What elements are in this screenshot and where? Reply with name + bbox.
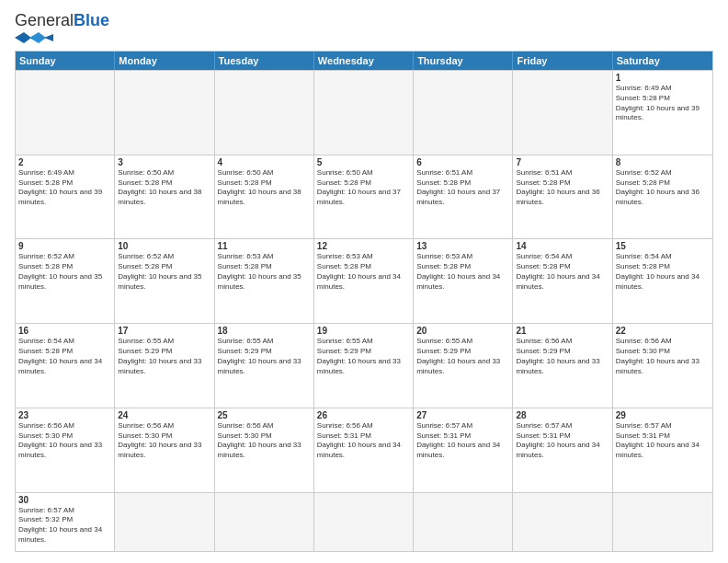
header-cell-saturday: Saturday	[613, 52, 712, 70]
cell-info-18: Sunrise: 6:55 AMSunset: 5:29 PMDaylight:…	[218, 337, 311, 376]
cell-info-17: Sunrise: 6:55 AMSunset: 5:29 PMDaylight:…	[118, 337, 210, 376]
calendar-cell-0-4	[414, 71, 513, 155]
calendar-cell-3-2: 18Sunrise: 6:55 AMSunset: 5:29 PMDayligh…	[215, 324, 314, 408]
day-number-2: 2	[18, 157, 111, 167]
cell-info-12: Sunrise: 6:53 AMSunset: 5:28 PMDaylight:…	[317, 252, 410, 292]
day-number-10: 10	[118, 241, 210, 251]
calendar-cell-5-5	[513, 493, 612, 551]
calendar-week-3: 9Sunrise: 6:52 AMSunset: 5:28 PMDaylight…	[16, 238, 712, 323]
svg-marker-0	[15, 32, 31, 43]
calendar-cell-3-4: 20Sunrise: 6:55 AMSunset: 5:29 PMDayligh…	[414, 324, 513, 408]
cell-info-6: Sunrise: 6:51 AMSunset: 5:28 PMDaylight:…	[416, 168, 509, 208]
day-number-1: 1	[616, 73, 710, 83]
header-cell-tuesday: Tuesday	[215, 52, 314, 70]
header-cell-monday: Monday	[115, 52, 214, 70]
cell-info-4: Sunrise: 6:50 AMSunset: 5:28 PMDaylight:…	[218, 168, 311, 208]
cell-info-7: Sunrise: 6:51 AMSunset: 5:28 PMDaylight:…	[516, 168, 609, 208]
day-number-12: 12	[317, 241, 410, 251]
day-number-24: 24	[118, 410, 210, 420]
cell-info-27: Sunrise: 6:57 AMSunset: 5:31 PMDaylight:…	[416, 421, 509, 461]
cell-info-14: Sunrise: 6:54 AMSunset: 5:28 PMDaylight:…	[516, 252, 609, 292]
calendar-cell-3-5: 21Sunrise: 6:56 AMSunset: 5:29 PMDayligh…	[513, 324, 612, 408]
calendar-cell-1-4: 6Sunrise: 6:51 AMSunset: 5:28 PMDaylight…	[414, 155, 513, 239]
calendar-cell-1-3: 5Sunrise: 6:50 AMSunset: 5:28 PMDaylight…	[314, 155, 414, 239]
calendar-cell-5-3	[314, 493, 414, 551]
calendar-cell-2-1: 10Sunrise: 6:52 AMSunset: 5:28 PMDayligh…	[115, 239, 214, 323]
day-number-14: 14	[516, 241, 609, 251]
day-number-4: 4	[218, 157, 311, 167]
cell-info-22: Sunrise: 6:56 AMSunset: 5:30 PMDaylight:…	[616, 337, 710, 376]
day-number-17: 17	[118, 326, 210, 336]
day-number-5: 5	[317, 157, 410, 167]
calendar-cell-3-1: 17Sunrise: 6:55 AMSunset: 5:29 PMDayligh…	[115, 324, 214, 408]
day-number-26: 26	[317, 410, 410, 420]
svg-marker-1	[29, 32, 46, 43]
day-number-29: 29	[616, 410, 710, 420]
day-number-21: 21	[516, 326, 609, 336]
header-cell-friday: Friday	[513, 52, 612, 70]
header: GeneralBlue	[15, 11, 713, 45]
calendar-cell-5-4	[414, 493, 513, 551]
day-number-30: 30	[18, 495, 111, 505]
calendar-cell-2-0: 9Sunrise: 6:52 AMSunset: 5:28 PMDaylight…	[16, 239, 115, 323]
cell-info-9: Sunrise: 6:52 AMSunset: 5:28 PMDaylight:…	[18, 252, 111, 292]
calendar-cell-1-6: 8Sunrise: 6:52 AMSunset: 5:28 PMDaylight…	[613, 155, 712, 239]
day-number-13: 13	[416, 241, 509, 251]
calendar-cell-4-3: 26Sunrise: 6:56 AMSunset: 5:31 PMDayligh…	[314, 408, 414, 492]
cell-info-10: Sunrise: 6:52 AMSunset: 5:28 PMDaylight:…	[118, 252, 210, 292]
cell-info-29: Sunrise: 6:57 AMSunset: 5:31 PMDaylight:…	[616, 421, 710, 461]
calendar-week-6: 30Sunrise: 6:57 AMSunset: 5:32 PMDayligh…	[16, 492, 712, 551]
calendar-cell-0-6: 1Sunrise: 6:49 AMSunset: 5:28 PMDaylight…	[613, 71, 712, 155]
day-number-19: 19	[317, 326, 410, 336]
calendar-cell-1-0: 2Sunrise: 6:49 AMSunset: 5:28 PMDaylight…	[16, 155, 115, 239]
day-number-8: 8	[616, 157, 710, 167]
calendar-cell-0-1	[115, 71, 214, 155]
calendar-cell-4-0: 23Sunrise: 6:56 AMSunset: 5:30 PMDayligh…	[16, 408, 115, 492]
calendar-cell-2-4: 13Sunrise: 6:53 AMSunset: 5:28 PMDayligh…	[414, 239, 513, 323]
day-number-11: 11	[218, 241, 311, 251]
day-number-16: 16	[18, 326, 111, 336]
calendar-cell-1-5: 7Sunrise: 6:51 AMSunset: 5:28 PMDaylight…	[513, 155, 612, 239]
cell-info-16: Sunrise: 6:54 AMSunset: 5:28 PMDaylight:…	[18, 337, 111, 376]
calendar-week-4: 16Sunrise: 6:54 AMSunset: 5:28 PMDayligh…	[16, 323, 712, 408]
header-cell-wednesday: Wednesday	[314, 52, 414, 70]
calendar-cell-5-6	[613, 493, 712, 551]
calendar-cell-4-2: 25Sunrise: 6:56 AMSunset: 5:30 PMDayligh…	[215, 408, 314, 492]
calendar-week-5: 23Sunrise: 6:56 AMSunset: 5:30 PMDayligh…	[16, 408, 712, 492]
day-number-22: 22	[616, 326, 710, 336]
calendar-cell-0-0	[16, 71, 115, 155]
calendar-cell-0-5	[513, 71, 612, 155]
day-number-3: 3	[118, 157, 210, 167]
cell-info-26: Sunrise: 6:56 AMSunset: 5:31 PMDaylight:…	[317, 421, 410, 461]
cell-info-2: Sunrise: 6:49 AMSunset: 5:28 PMDaylight:…	[18, 168, 111, 208]
logo-text: GeneralBlue	[15, 11, 109, 30]
calendar-header-row: SundayMondayTuesdayWednesdayThursdayFrid…	[16, 52, 712, 70]
cell-info-30: Sunrise: 6:57 AMSunset: 5:32 PMDaylight:…	[18, 506, 111, 546]
day-number-25: 25	[218, 410, 311, 420]
calendar-cell-3-3: 19Sunrise: 6:55 AMSunset: 5:29 PMDayligh…	[314, 324, 414, 408]
cell-info-13: Sunrise: 6:53 AMSunset: 5:28 PMDaylight:…	[416, 252, 509, 292]
day-number-27: 27	[416, 410, 509, 420]
svg-marker-2	[44, 34, 53, 41]
cell-info-1: Sunrise: 6:49 AMSunset: 5:28 PMDaylight:…	[616, 84, 710, 123]
calendar-cell-0-3	[314, 71, 414, 155]
calendar-cell-0-2	[215, 71, 314, 155]
calendar-cell-2-2: 11Sunrise: 6:53 AMSunset: 5:28 PMDayligh…	[215, 239, 314, 323]
calendar-cell-5-2	[215, 493, 314, 551]
calendar-cell-4-1: 24Sunrise: 6:56 AMSunset: 5:30 PMDayligh…	[115, 408, 214, 492]
calendar: SundayMondayTuesdayWednesdayThursdayFrid…	[15, 51, 713, 552]
cell-info-3: Sunrise: 6:50 AMSunset: 5:28 PMDaylight:…	[118, 168, 210, 208]
calendar-week-1: 1Sunrise: 6:49 AMSunset: 5:28 PMDaylight…	[16, 70, 712, 155]
day-number-28: 28	[516, 410, 609, 420]
logo: GeneralBlue	[15, 11, 109, 45]
day-number-23: 23	[18, 410, 111, 420]
calendar-cell-3-6: 22Sunrise: 6:56 AMSunset: 5:30 PMDayligh…	[613, 324, 712, 408]
page: GeneralBlue SundayMondayTuesdayWednesday…	[0, 0, 728, 563]
cell-info-11: Sunrise: 6:53 AMSunset: 5:28 PMDaylight:…	[218, 252, 311, 292]
day-number-7: 7	[516, 157, 609, 167]
cell-info-19: Sunrise: 6:55 AMSunset: 5:29 PMDaylight:…	[317, 337, 410, 376]
day-number-6: 6	[416, 157, 509, 167]
header-cell-sunday: Sunday	[16, 52, 115, 70]
cell-info-25: Sunrise: 6:56 AMSunset: 5:30 PMDaylight:…	[218, 421, 311, 461]
cell-info-15: Sunrise: 6:54 AMSunset: 5:28 PMDaylight:…	[616, 252, 710, 292]
